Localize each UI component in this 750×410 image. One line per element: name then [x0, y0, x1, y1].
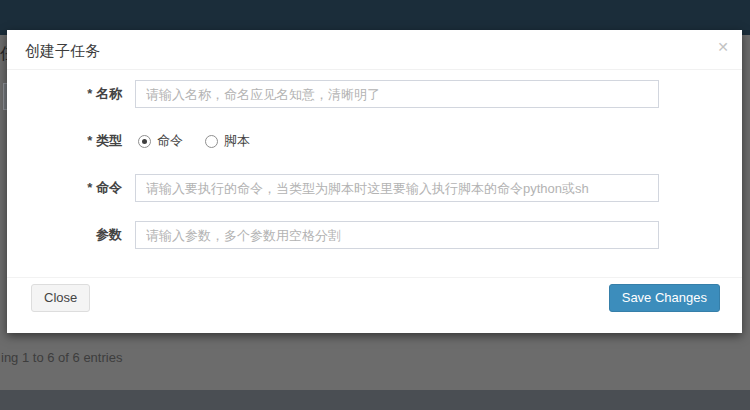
modal-header: 创建子任务 ✕	[7, 30, 742, 70]
name-input[interactable]	[135, 80, 659, 108]
radio-unselected-icon[interactable]	[205, 135, 218, 148]
radio-label-command: 命令	[157, 132, 183, 150]
screen: 任务 ing 1 to 6 of 6 entries 创建子任务 ✕ * 名称 …	[0, 0, 750, 410]
type-label: * 类型	[7, 132, 135, 150]
params-label: 参数	[7, 226, 135, 244]
save-changes-button[interactable]: Save Changes	[609, 284, 720, 312]
create-subtask-modal: 创建子任务 ✕ * 名称 * 类型 命令 脚本	[7, 30, 742, 333]
params-input[interactable]	[135, 221, 659, 249]
modal-footer: Close Save Changes	[7, 277, 742, 333]
bottom-footer-bar	[0, 390, 750, 410]
background-partial-heading: 任务	[0, 44, 7, 66]
command-input[interactable]	[135, 174, 659, 202]
close-button[interactable]: Close	[31, 284, 90, 312]
form-row-name: * 名称	[7, 80, 742, 108]
form-row-type: * 类型 命令 脚本	[7, 127, 742, 155]
table-entries-info: ing 1 to 6 of 6 entries	[1, 350, 122, 365]
modal-body: * 名称 * 类型 命令 脚本 * 命令	[7, 70, 742, 249]
type-radio-group: 命令 脚本	[135, 132, 250, 150]
radio-option-command[interactable]: 命令	[138, 132, 183, 150]
radio-selected-icon[interactable]	[138, 135, 151, 148]
radio-option-script[interactable]: 脚本	[205, 132, 250, 150]
form-row-params: 参数	[7, 221, 742, 249]
modal-title: 创建子任务	[25, 42, 100, 59]
name-label: * 名称	[7, 85, 135, 103]
radio-label-script: 脚本	[224, 132, 250, 150]
form-row-command: * 命令	[7, 174, 742, 202]
command-label: * 命令	[7, 179, 135, 197]
close-icon[interactable]: ✕	[717, 40, 729, 54]
